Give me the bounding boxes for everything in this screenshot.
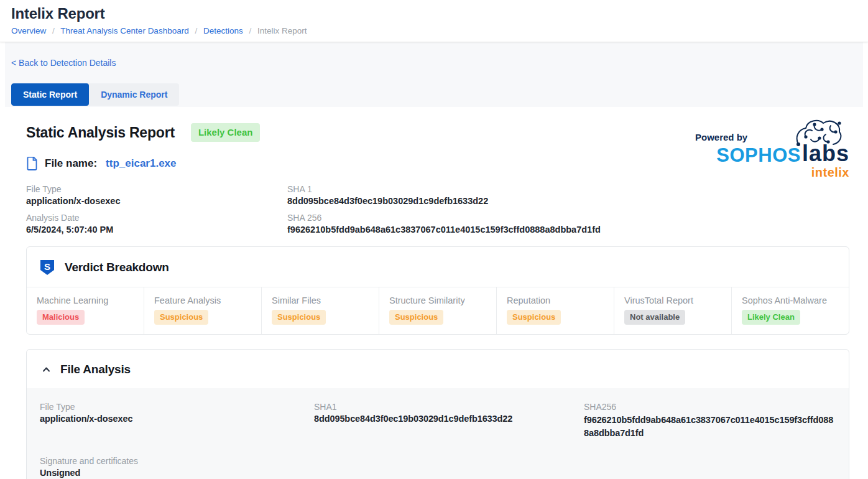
verdict-structure-similarity: Structure Similarity Suspicious (379, 287, 496, 334)
page-header: Intelix Report Overview / Threat Analysi… (0, 0, 868, 42)
static-report-panel: Powered by SOPHOS labs intelix Static An… (5, 107, 863, 479)
breadcrumb-overview[interactable]: Overview (11, 26, 46, 35)
verdict-machine-learning: Machine Learning Malicious (27, 287, 144, 334)
meta-sha1: SHA 1 8dd095bce84d3f0ec19b03029d1c9defb1… (287, 184, 851, 206)
analysis-date-value: 6/5/2024, 5:07:40 PM (26, 225, 287, 235)
back-to-detection-details-link[interactable]: < Back to Detection Details (11, 58, 116, 68)
verdict-similar-files: Similar Files Suspicious (261, 287, 379, 334)
verdict-badge-likely-clean: Likely Clean (742, 310, 800, 325)
meta-sha256: SHA 256 f9626210b5fdd9ab648a61c3837067c0… (287, 213, 851, 235)
page-body: < Back to Detection Details Static Repor… (5, 42, 863, 479)
fa-file-type: File Type application/x-dosexec (40, 402, 314, 440)
fa-file-type-label: File Type (40, 402, 314, 412)
tab-dynamic-report[interactable]: Dynamic Report (89, 83, 179, 106)
file-analysis-card: File Analysis File Type application/x-do… (26, 349, 849, 479)
fa-sha256-label: SHA256 (584, 402, 836, 412)
verdict-reputation: Reputation Suspicious (496, 287, 614, 334)
breadcrumb-current: Intelix Report (257, 26, 307, 35)
breadcrumb-threat-analysis-center[interactable]: Threat Analysis Center Dashboard (60, 26, 188, 35)
meta-file-type: File Type application/x-dosexec (26, 184, 287, 206)
breadcrumb-separator: / (52, 26, 55, 35)
file-analysis-body: File Type application/x-dosexec SHA1 8dd… (27, 388, 849, 479)
fa-signature: Signature and certificates Unsigned (40, 456, 314, 478)
verdict-badge-suspicious: Suspicious (507, 310, 561, 325)
fa-sha1: SHA1 8dd095bce84d3f0ec19b03029d1c9defb16… (314, 402, 584, 440)
verdict-badge-suspicious: Suspicious (272, 310, 326, 325)
svg-text:S: S (44, 261, 50, 272)
fa-sha256-value: f9626210b5fdd9ab648a61c3837067c011e4015c… (584, 414, 836, 440)
analysis-date-label: Analysis Date (26, 213, 287, 223)
file-name-label: File name: (45, 157, 97, 170)
verdict-label: Machine Learning (37, 295, 134, 305)
verdict-breakdown-card: S Verdict Breakdown Machine Learning Mal… (26, 246, 849, 335)
verdict-label: Similar Files (272, 295, 369, 305)
page-title: Intelix Report (11, 5, 868, 22)
sophos-wordmark: SOPHOS (716, 146, 801, 165)
report-title: Static Analysis Report (26, 124, 175, 141)
verdict-label: Sophos Anti-Malware (742, 295, 839, 305)
fa-signature-label: Signature and certificates (40, 456, 314, 466)
verdict-badge-suspicious: Suspicious (389, 310, 443, 325)
file-icon (26, 157, 38, 170)
brain-circuit-icon (790, 116, 844, 153)
sha1-label: SHA 1 (287, 184, 851, 194)
breadcrumb-separator: / (195, 26, 197, 35)
verdict-label: Structure Similarity (389, 295, 486, 305)
verdict-badge-suspicious: Suspicious (154, 310, 208, 325)
sha256-value: f9626210b5fdd9ab648a61c3837067c011e4015c… (287, 225, 851, 235)
file-analysis-title: File Analysis (60, 363, 131, 376)
verdict-sophos-anti-malware: Sophos Anti-Malware Likely Clean (731, 287, 849, 334)
intelix-wordmark: intelix (693, 165, 849, 180)
file-type-label: File Type (26, 184, 287, 194)
verdict-badge-not-available: Not available (624, 310, 685, 325)
verdict-feature-analysis: Feature Analysis Suspicious (144, 287, 261, 334)
verdict-row: Machine Learning Malicious Feature Analy… (27, 287, 849, 334)
file-name-link[interactable]: ttp_eicar1.exe (106, 157, 176, 170)
sophoslabs-intelix-logo: Powered by SOPHOS labs intelix (693, 123, 849, 180)
fa-file-type-value: application/x-dosexec (40, 414, 314, 424)
fa-signature-value: Unsigned (40, 468, 314, 478)
tab-static-report[interactable]: Static Report (11, 83, 89, 106)
fa-sha1-label: SHA1 (314, 402, 584, 412)
verdict-breakdown-title: Verdict Breakdown (65, 261, 169, 274)
breadcrumb: Overview / Threat Analysis Center Dashbo… (11, 26, 868, 35)
sha256-label: SHA 256 (287, 213, 851, 223)
report-tab-bar: Static Report Dynamic Report (11, 83, 179, 106)
meta-analysis-date: Analysis Date 6/5/2024, 5:07:40 PM (26, 213, 287, 235)
sha1-value: 8dd095bce84d3f0ec19b03029d1c9defb1633d22 (287, 196, 851, 206)
verdict-badge-malicious: Malicious (37, 310, 85, 325)
breadcrumb-separator: / (249, 26, 252, 35)
chevron-up-icon[interactable] (42, 366, 50, 373)
verdict-label: Reputation (507, 295, 604, 305)
file-meta-grid: File Type application/x-dosexec SHA 1 8d… (26, 184, 851, 235)
file-type-value: application/x-dosexec (26, 196, 287, 206)
verdict-label: VirusTotal Report (624, 295, 721, 305)
breadcrumb-detections[interactable]: Detections (203, 26, 243, 35)
fa-sha256: SHA256 f9626210b5fdd9ab648a61c3837067c01… (584, 402, 836, 440)
sophos-shield-icon: S (39, 259, 55, 276)
fa-sha1-value: 8dd095bce84d3f0ec19b03029d1c9defb1633d22 (314, 414, 584, 424)
verdict-label: Feature Analysis (154, 295, 251, 305)
overall-verdict-badge: Likely Clean (191, 123, 261, 142)
verdict-virustotal-report: VirusTotal Report Not available (614, 287, 731, 334)
